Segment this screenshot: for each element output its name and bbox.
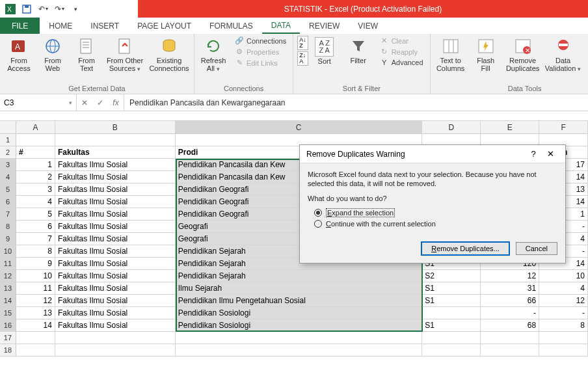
column-header[interactable]: A <box>16 121 55 133</box>
cell[interactable] <box>16 134 55 146</box>
cell[interactable]: 12 <box>481 270 539 282</box>
row-header[interactable]: 12 <box>0 270 16 282</box>
cell[interactable]: Ilmu Sejarah <box>176 282 423 295</box>
row-header[interactable]: 16 <box>0 319 16 332</box>
cell[interactable]: 14 <box>16 319 55 332</box>
cell[interactable] <box>16 344 55 357</box>
row-header[interactable]: 14 <box>0 295 16 307</box>
cell[interactable] <box>55 332 176 344</box>
fx-icon[interactable]: fx <box>108 98 124 107</box>
tab-formulas[interactable]: FORMULAS <box>200 18 262 34</box>
row-header[interactable]: 11 <box>0 258 16 270</box>
cell[interactable]: - <box>539 307 588 319</box>
cell[interactable]: 31 <box>481 282 539 295</box>
row-header[interactable]: 8 <box>0 221 16 233</box>
cell[interactable] <box>422 307 481 319</box>
cell[interactable] <box>481 344 539 357</box>
column-header[interactable]: E <box>481 121 539 133</box>
cell[interactable]: 8 <box>16 245 55 258</box>
row-header[interactable]: 13 <box>0 282 16 295</box>
cell[interactable]: Pendidikan Sosiologi <box>176 307 423 319</box>
cell[interactable] <box>481 332 539 344</box>
advanced-button[interactable]: YAdvanced <box>377 58 426 67</box>
row-header[interactable]: 2 <box>0 146 16 159</box>
consolidate-button[interactable]: Consoli <box>585 36 588 64</box>
redo-icon[interactable]: ↷▾ <box>51 2 67 16</box>
cell[interactable] <box>176 344 423 357</box>
cell[interactable]: Fakultas Ilmu Sosial <box>55 221 176 233</box>
connections-button[interactable]: 🔗Connections <box>232 36 289 46</box>
cell[interactable] <box>55 134 176 146</box>
cell[interactable]: 5 <box>16 208 55 221</box>
cell[interactable]: 12 <box>539 295 588 307</box>
cell[interactable] <box>422 344 481 357</box>
cell[interactable]: 4 <box>16 196 55 208</box>
close-icon[interactable]: ✕ <box>542 149 559 159</box>
select-all-corner[interactable] <box>0 121 16 133</box>
row-header[interactable]: 17 <box>0 332 16 344</box>
cell[interactable]: S1 <box>422 282 481 295</box>
cell[interactable]: 7 <box>16 233 55 245</box>
cell[interactable] <box>176 332 423 344</box>
remove-duplicates-button[interactable]: ✕RemoveDuplicates <box>505 36 541 72</box>
flash-fill-button[interactable]: FlashFill <box>471 36 501 72</box>
cancel-button[interactable]: Cancel <box>516 242 557 255</box>
cell[interactable]: 66 <box>481 295 539 307</box>
tab-home[interactable]: HOME <box>40 18 81 34</box>
cell[interactable] <box>539 332 588 344</box>
cell[interactable]: 13 <box>16 307 55 319</box>
clear-filter-button[interactable]: ✕Clear <box>377 36 426 46</box>
remove-duplicates-ok-button[interactable]: Remove Duplicates... <box>421 242 509 255</box>
cell[interactable]: Fakultas Ilmu Sosial <box>55 307 176 319</box>
qat-customize-icon[interactable]: ▾ <box>68 2 83 16</box>
cell[interactable]: Fakultas Ilmu Sosial <box>55 196 176 208</box>
cell[interactable]: Fakultas Ilmu Sosial <box>55 319 176 332</box>
row-header[interactable]: 4 <box>0 171 16 183</box>
cell[interactable] <box>16 332 55 344</box>
formula-input[interactable]: Pendidikan Pancasila dan Kewarganegaraan <box>124 94 588 111</box>
radio-continue-current[interactable]: Continue with the current selection <box>314 220 557 228</box>
cell[interactable]: Pendidikan Sejarah <box>176 270 423 282</box>
cell[interactable]: Fakultas Ilmu Sosial <box>55 295 176 307</box>
row-header[interactable]: 1 <box>0 134 16 146</box>
cell[interactable]: S1 <box>422 319 481 332</box>
cell[interactable]: 12 <box>16 295 55 307</box>
cell[interactable]: Pendidikan Sosiologi <box>176 319 423 332</box>
cancel-formula-icon[interactable]: ✕ <box>77 98 92 107</box>
from-text-button[interactable]: FromText <box>72 36 101 72</box>
cell[interactable]: 6 <box>16 221 55 233</box>
cell[interactable]: Fakultas Ilmu Sosial <box>55 183 176 196</box>
cell[interactable]: 8 <box>539 319 588 332</box>
undo-icon[interactable]: ↶▾ <box>35 2 51 16</box>
row-header[interactable]: 3 <box>0 159 16 171</box>
cell[interactable]: Fakultas <box>55 146 176 159</box>
column-header[interactable]: D <box>422 121 481 133</box>
cell[interactable]: 1 <box>16 159 55 171</box>
tab-review[interactable]: REVIEW <box>300 18 349 34</box>
cell[interactable] <box>55 344 176 357</box>
row-header[interactable]: 10 <box>0 245 16 258</box>
column-header[interactable]: F <box>539 121 588 133</box>
cell[interactable]: Fakultas Ilmu Sosial <box>55 233 176 245</box>
cell[interactable] <box>539 344 588 357</box>
cell[interactable]: Fakultas Ilmu Sosial <box>55 159 176 171</box>
cell[interactable]: # <box>16 146 55 159</box>
cell[interactable]: Pendidikan Ilmu Pengetahuan Sosial <box>176 295 423 307</box>
cell[interactable] <box>422 332 481 344</box>
cell[interactable]: Fakultas Ilmu Sosial <box>55 258 176 270</box>
save-icon[interactable] <box>19 2 34 16</box>
tab-data[interactable]: DATA <box>262 18 300 34</box>
cell[interactable]: 11 <box>16 282 55 295</box>
existing-connections-button[interactable]: ExistingConnections <box>148 36 190 72</box>
row-header[interactable]: 15 <box>0 307 16 319</box>
cell[interactable]: 4 <box>539 282 588 295</box>
sort-asc-button[interactable]: A↓Z <box>297 36 308 50</box>
tab-pagelayout[interactable]: PAGE LAYOUT <box>128 18 200 34</box>
cell[interactable]: 2 <box>16 171 55 183</box>
tab-insert[interactable]: INSERT <box>81 18 128 34</box>
from-web-button[interactable]: FromWeb <box>38 36 68 72</box>
column-header[interactable]: B <box>55 121 176 133</box>
sort-button[interactable]: A ZZ ASort <box>310 36 340 65</box>
enter-formula-icon[interactable]: ✓ <box>92 98 108 107</box>
cell[interactable]: 3 <box>16 183 55 196</box>
